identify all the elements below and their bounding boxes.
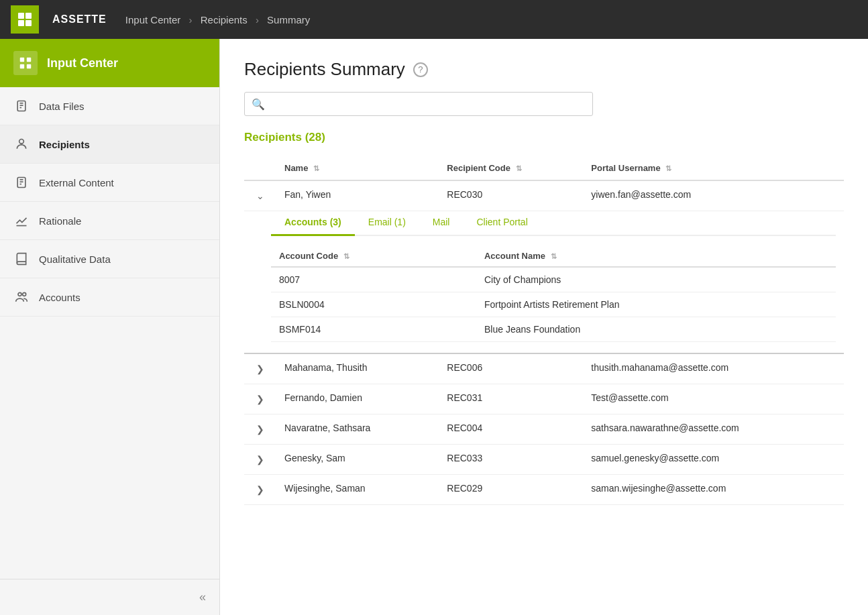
sub-tab-mail[interactable]: Mail bbox=[419, 211, 464, 236]
main-content: Recipients Summary ? 🔍 Recipients (28) N… bbox=[220, 39, 868, 615]
recipient-code: REC031 bbox=[439, 384, 583, 414]
portal-username: sathsara.nawarathne@assette.com bbox=[583, 414, 844, 445]
portal-username: Test@assette.com bbox=[583, 384, 844, 414]
portal-username: thusith.mahanama@assette.com bbox=[583, 353, 844, 384]
col-recipient-code: Recipient Code ⇅ bbox=[439, 156, 583, 180]
sidebar-item-qualitative-data[interactable]: Qualitative Data bbox=[0, 240, 219, 278]
collapse-button[interactable]: ⌄ bbox=[252, 189, 268, 203]
svg-rect-2 bbox=[18, 20, 24, 26]
sidebar-collapse-button[interactable]: « bbox=[199, 590, 206, 604]
recipient-name: Wijesinghe, Saman bbox=[276, 475, 439, 505]
breadcrumb-recipients[interactable]: Recipients bbox=[201, 14, 248, 25]
sort-code-icon[interactable]: ⇅ bbox=[516, 164, 522, 172]
sort-name-icon[interactable]: ⇅ bbox=[313, 164, 319, 172]
expand-col-header bbox=[244, 156, 276, 180]
clipboard2-icon bbox=[13, 174, 30, 190]
expand-cell: ❯ bbox=[244, 475, 276, 505]
accounts-table: Account Code ⇅Account Name ⇅8007City of … bbox=[271, 245, 836, 342]
recipients-table: Name ⇅ Recipient Code ⇅ Portal Username … bbox=[244, 156, 844, 505]
svg-rect-4 bbox=[20, 58, 24, 62]
sidebar-header: Input Center bbox=[0, 39, 219, 87]
accounts-table-row: 8007City of Champions bbox=[271, 267, 836, 292]
help-icon[interactable]: ? bbox=[413, 62, 428, 77]
expand-button[interactable]: ❯ bbox=[252, 483, 268, 496]
sort-account_name-icon[interactable]: ⇅ bbox=[551, 252, 557, 260]
portal-username: yiwen.fan@assette.com bbox=[583, 180, 844, 211]
sidebar: Input Center Data Files bbox=[0, 39, 220, 615]
sidebar-item-label-data-files: Data Files bbox=[39, 101, 85, 112]
recipient-code: REC004 bbox=[439, 414, 583, 445]
sidebar-item-label-qualitative-data: Qualitative Data bbox=[39, 254, 111, 265]
account-code: 8007 bbox=[271, 267, 476, 292]
svg-point-19 bbox=[23, 292, 26, 296]
search-input[interactable] bbox=[269, 99, 586, 109]
table-row: ❯Fernando, DamienREC031Test@assette.com bbox=[244, 384, 844, 414]
book-icon bbox=[13, 251, 30, 267]
sidebar-item-data-files[interactable]: Data Files bbox=[0, 87, 219, 125]
table-row: ⌄Fan, YiwenREC030yiwen.fan@assette.com bbox=[244, 180, 844, 211]
sub-tab-accounts[interactable]: Accounts (3) bbox=[271, 211, 355, 236]
page-title: Recipients Summary bbox=[244, 59, 405, 80]
person-icon bbox=[13, 136, 30, 152]
sidebar-item-label-accounts: Accounts bbox=[39, 292, 80, 303]
accounts-table-row: BSMF014Blue Jeans Foundation bbox=[271, 317, 836, 342]
col-name: Name ⇅ bbox=[276, 156, 439, 180]
sub-tab-client-portal[interactable]: Client Portal bbox=[463, 211, 541, 236]
breadcrumb: Input Center › Recipients › Summary bbox=[125, 14, 310, 25]
sidebar-item-recipients[interactable]: Recipients bbox=[0, 125, 219, 164]
breadcrumb-sep-1: › bbox=[189, 14, 193, 25]
sidebar-item-label-external-content: External Content bbox=[39, 177, 114, 188]
sidebar-footer: « bbox=[0, 579, 219, 615]
recipient-name: Genesky, Sam bbox=[276, 445, 439, 475]
sidebar-item-label-recipients: Recipients bbox=[39, 139, 90, 150]
accounts-table-row: BSLN0004Fortpoint Artists Retirement Pla… bbox=[271, 292, 836, 317]
portal-username: saman.wijesinghe@assette.com bbox=[583, 475, 844, 505]
sidebar-item-rationale[interactable]: Rationale bbox=[0, 202, 219, 240]
accounts-col-account_name: Account Name ⇅ bbox=[476, 245, 836, 267]
account-code: BSMF014 bbox=[271, 317, 476, 342]
sidebar-header-icon bbox=[13, 51, 38, 75]
expanded-content: Accounts (3)Email (1)MailClient PortalAc… bbox=[244, 211, 844, 354]
breadcrumb-input-center[interactable]: Input Center bbox=[125, 14, 181, 25]
table-row: ❯Mahanama, ThusithREC006thusith.mahanama… bbox=[244, 353, 844, 384]
account-code: BSLN0004 bbox=[271, 292, 476, 317]
sort-username-icon[interactable]: ⇅ bbox=[665, 164, 671, 172]
sidebar-item-external-content[interactable]: External Content bbox=[0, 164, 219, 202]
expand-button[interactable]: ❯ bbox=[252, 423, 268, 436]
expanded-row: Accounts (3)Email (1)MailClient PortalAc… bbox=[244, 211, 844, 354]
recipient-name: Fan, Yiwen bbox=[276, 180, 439, 211]
sort-account_code-icon[interactable]: ⇅ bbox=[343, 252, 349, 260]
search-bar[interactable]: 🔍 bbox=[244, 92, 593, 116]
account-name: Fortpoint Artists Retirement Plan bbox=[476, 292, 836, 317]
sub-tab-email[interactable]: Email (1) bbox=[355, 211, 419, 236]
account-name: City of Champions bbox=[476, 267, 836, 292]
svg-rect-0 bbox=[18, 13, 24, 19]
recipient-code: REC030 bbox=[439, 180, 583, 211]
expand-button[interactable]: ❯ bbox=[252, 392, 268, 406]
expand-cell: ❯ bbox=[244, 353, 276, 384]
expand-cell: ❯ bbox=[244, 384, 276, 414]
expand-button[interactable]: ❯ bbox=[252, 362, 268, 376]
expand-button[interactable]: ❯ bbox=[252, 453, 268, 466]
col-portal-username: Portal Username ⇅ bbox=[583, 156, 844, 180]
recipients-table-header: Name ⇅ Recipient Code ⇅ Portal Username … bbox=[244, 156, 844, 180]
svg-rect-3 bbox=[25, 20, 32, 26]
sidebar-item-accounts[interactable]: Accounts bbox=[0, 278, 219, 317]
table-row: ❯Navaratne, SathsaraREC004sathsara.nawar… bbox=[244, 414, 844, 445]
recipients-section-title: Recipients (28) bbox=[244, 131, 844, 144]
sidebar-item-label-rationale: Rationale bbox=[39, 215, 81, 227]
recipient-name: Mahanama, Thusith bbox=[276, 353, 439, 384]
breadcrumb-summary: Summary bbox=[267, 14, 310, 25]
sidebar-nav: Data Files Recipients bbox=[0, 87, 219, 579]
page-title-row: Recipients Summary ? bbox=[244, 59, 844, 80]
svg-rect-5 bbox=[27, 58, 31, 62]
portal-username: samuel.genesky@assette.com bbox=[583, 445, 844, 475]
recipient-code: REC029 bbox=[439, 475, 583, 505]
svg-rect-6 bbox=[20, 64, 24, 68]
brand-name: ASSETTE bbox=[52, 13, 107, 25]
table-row: ❯Genesky, SamREC033samuel.genesky@assett… bbox=[244, 445, 844, 475]
topbar: ASSETTE Input Center › Recipients › Summ… bbox=[0, 0, 868, 39]
recipient-name: Fernando, Damien bbox=[276, 384, 439, 414]
account-name: Blue Jeans Foundation bbox=[476, 317, 836, 342]
recipient-name: Navaratne, Sathsara bbox=[276, 414, 439, 445]
